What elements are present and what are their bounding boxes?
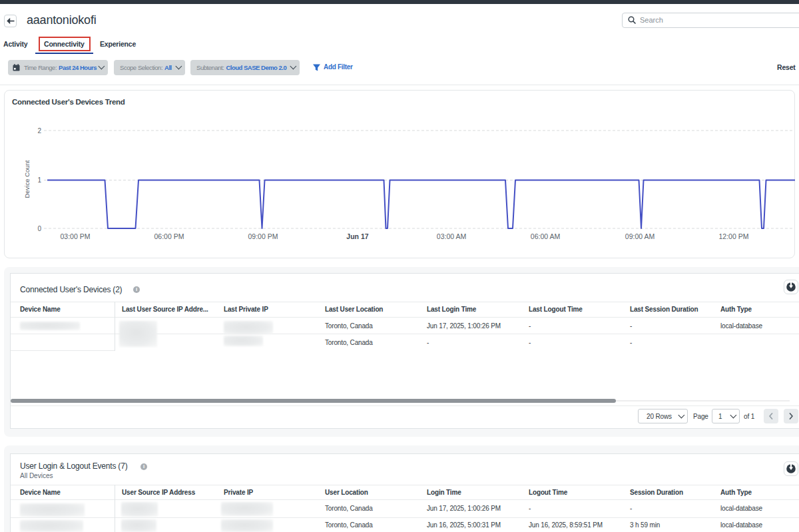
svg-text:12:00 PM: 12:00 PM <box>719 232 749 240</box>
svg-text:Device Count: Device Count <box>23 160 31 198</box>
svg-text:03:00 PM: 03:00 PM <box>61 232 91 240</box>
svg-text:1: 1 <box>37 176 41 184</box>
svg-text:03:00 AM: 03:00 AM <box>437 232 466 240</box>
svg-text:09:00 AM: 09:00 AM <box>625 232 655 240</box>
svg-text:06:00 AM: 06:00 AM <box>531 232 560 240</box>
svg-text:0: 0 <box>37 225 41 232</box>
svg-text:2: 2 <box>37 127 41 134</box>
svg-text:Jun 17: Jun 17 <box>346 232 368 240</box>
svg-text:09:00 PM: 09:00 PM <box>248 232 278 240</box>
svg-text:06:00 PM: 06:00 PM <box>154 232 184 240</box>
